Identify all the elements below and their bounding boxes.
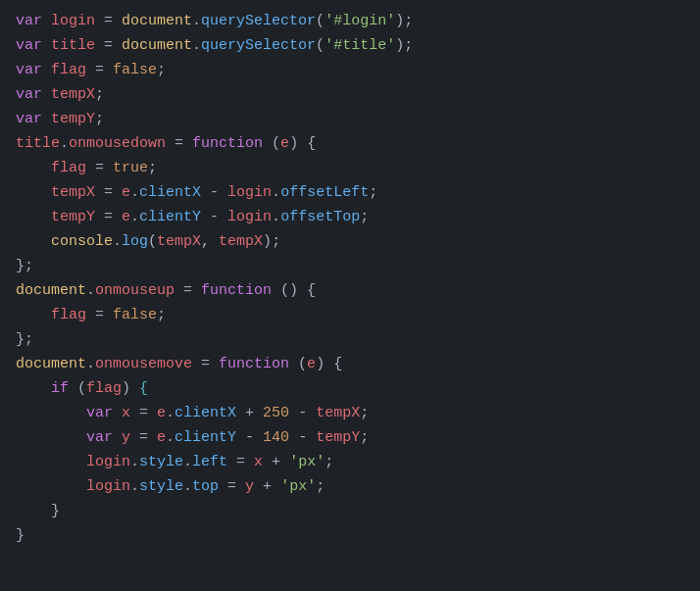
code-token: tempX: [316, 402, 360, 425]
code-token: y: [122, 426, 130, 450]
code-token: onmousedown: [69, 132, 166, 156]
code-token: =: [95, 181, 122, 205]
code-token: e: [307, 353, 316, 376]
code-line: var x = e.clientX + 250 - tempX;: [0, 402, 700, 426]
code-token: -: [289, 402, 316, 425]
code-token: flag: [51, 59, 86, 82]
code-token: ): [263, 230, 272, 254]
code-line: tempX = e.clientX - login.offsetLeft;: [0, 181, 700, 206]
code-token: (: [69, 377, 86, 401]
code-token: (: [316, 10, 325, 33]
code-token: =: [175, 279, 201, 303]
code-line: var flag = false;: [0, 59, 700, 83]
code-token: tempX: [157, 230, 201, 254]
code-token: =: [95, 10, 122, 33]
code-token: .: [166, 402, 175, 425]
code-token: x: [122, 402, 130, 425]
code-token: 'px': [289, 451, 325, 474]
code-token: () {: [272, 279, 316, 303]
code-token: .: [130, 181, 139, 205]
code-token: ): [395, 10, 404, 33]
code-token: tempY: [51, 206, 95, 229]
code-token: y: [245, 475, 254, 499]
code-token: ;: [316, 475, 325, 499]
code-token: .: [166, 426, 175, 450]
code-token: tempX: [219, 230, 263, 254]
code-token: offsetTop: [280, 206, 360, 229]
code-token: {: [139, 377, 148, 401]
code-token: flag: [51, 304, 86, 327]
code-token: +: [254, 475, 280, 499]
code-token: =: [95, 206, 122, 229]
code-token: .: [183, 451, 192, 474]
code-token: top: [192, 475, 219, 499]
code-token: (: [316, 34, 325, 58]
code-token: if: [51, 377, 69, 401]
code-token: .: [272, 181, 280, 205]
code-line: var login = document.querySelector('#log…: [0, 10, 700, 34]
code-token: .: [130, 206, 139, 229]
code-token: -: [201, 206, 227, 229]
code-token: '#login': [325, 10, 395, 33]
code-line: };: [0, 328, 700, 353]
code-token: ;: [148, 157, 157, 180]
code-line: var y = e.clientY - 140 - tempY;: [0, 426, 700, 451]
code-token: document: [122, 34, 192, 58]
code-token: false: [113, 59, 157, 82]
code-token: =: [192, 353, 219, 376]
code-token: }: [51, 500, 60, 523]
code-token: ;: [404, 34, 413, 58]
code-token: ;: [272, 230, 280, 254]
code-token: flag: [86, 377, 122, 401]
code-token: ;: [157, 304, 166, 327]
code-token: .: [192, 10, 201, 33]
code-token: e: [280, 132, 289, 156]
code-token: e: [157, 402, 166, 425]
code-token: true: [113, 157, 148, 180]
code-line: var tempY;: [0, 108, 700, 132]
code-token: style: [139, 451, 183, 474]
code-token: ;: [325, 451, 333, 474]
code-token: document: [122, 10, 192, 33]
code-token: ;: [369, 181, 377, 205]
code-token: left: [192, 451, 227, 474]
code-token: clientY: [175, 426, 236, 450]
code-line: console.log(tempX, tempX);: [0, 230, 700, 255]
code-token: var: [16, 59, 51, 82]
code-token: ) {: [316, 353, 342, 376]
code-token: ;: [95, 83, 104, 107]
code-token: login: [86, 475, 130, 499]
code-token: .: [272, 206, 280, 229]
code-token: onmouseup: [95, 279, 175, 303]
code-token: =: [95, 34, 122, 58]
code-token: log: [122, 230, 148, 254]
code-token: title: [51, 34, 95, 58]
code-token: querySelector: [201, 34, 316, 58]
code-token: ;: [95, 108, 104, 131]
code-token: 'px': [280, 475, 316, 499]
code-token: var: [86, 402, 122, 425]
code-token: =: [86, 157, 113, 180]
code-token: tempY: [316, 426, 360, 450]
code-token: e: [122, 181, 130, 205]
code-token: tempX: [51, 83, 95, 107]
code-token: title: [16, 132, 60, 156]
code-line: };: [0, 255, 700, 279]
code-token: login: [86, 451, 130, 474]
code-token: .: [86, 279, 95, 303]
code-token: =: [166, 132, 192, 156]
code-token: '#title': [325, 34, 395, 58]
code-editor: var login = document.querySelector('#log…: [0, 0, 700, 591]
code-token: .: [113, 230, 122, 254]
code-token: clientX: [175, 402, 236, 425]
code-token: (: [148, 230, 157, 254]
code-token: }: [16, 524, 25, 548]
code-token: +: [263, 451, 289, 474]
code-token: =: [227, 451, 254, 474]
code-token: onmousemove: [95, 353, 192, 376]
code-token: tempY: [51, 108, 95, 131]
code-token: ;: [360, 206, 369, 229]
code-token: -: [236, 426, 263, 450]
code-token: clientX: [139, 181, 201, 205]
code-token: function: [192, 132, 263, 156]
